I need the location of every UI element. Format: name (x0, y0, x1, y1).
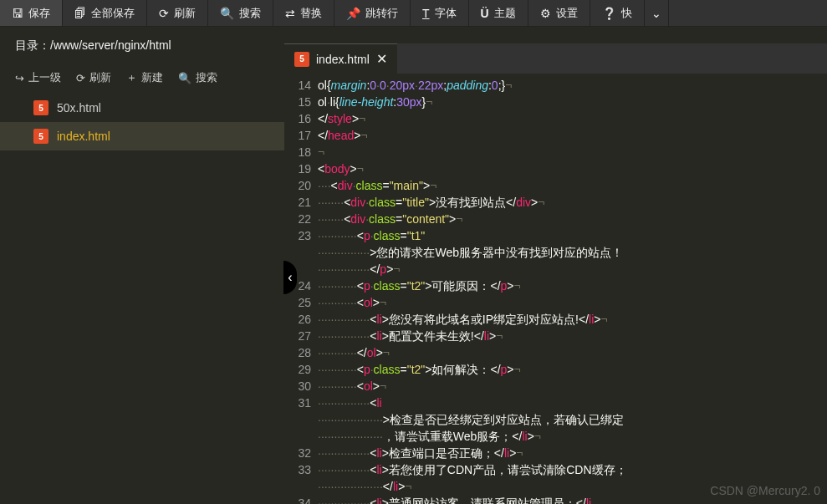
search-label: 搜索 (239, 6, 261, 21)
save-button[interactable]: 🖫保存 (0, 0, 63, 26)
line-content: ················<li>您没有将此域名或IP绑定到对应站点!</… (318, 311, 827, 328)
html-file-icon: 5 (294, 52, 309, 67)
code-line[interactable]: 20····<div·class="main">¬ (284, 177, 827, 194)
current-path[interactable]: /www/server/nginx/html (50, 38, 171, 52)
refresh-label: 刷新 (174, 6, 196, 21)
code-line[interactable]: 18¬ (284, 144, 827, 160)
code-line[interactable]: 14ol{margin:0·0·20px·22px;padding:0;}¬ (284, 77, 827, 94)
code-line[interactable]: 25············<ol>¬ (284, 294, 827, 311)
settings-button[interactable]: ⚙设置 (528, 0, 590, 26)
line-number: 31 (284, 395, 318, 445)
help-icon: ❔ (602, 7, 616, 20)
html-file-icon: 5 (33, 100, 48, 115)
quick-label: 快 (621, 6, 632, 21)
line-number: 33 (284, 461, 318, 495)
tab-title: index.html (316, 53, 370, 66)
save-all-icon: 🗐 (74, 7, 86, 20)
gear-icon: ⚙ (540, 7, 551, 20)
chevron-down-icon: ⌄ (651, 7, 661, 20)
theme-button[interactable]: Ü主题 (469, 0, 528, 26)
code-line[interactable]: 34················<li>普通网站访客，请联系网站管理员；</… (284, 495, 827, 504)
line-content: </head>¬ (318, 127, 827, 144)
font-button[interactable]: T字体 (411, 0, 469, 26)
line-content: ol{margin:0·0·20px·22px;padding:0;}¬ (318, 77, 827, 94)
quick-button[interactable]: ❔快 (590, 0, 645, 26)
code-line[interactable]: 27················<li>配置文件未生效!</li>¬ (284, 328, 827, 344)
line-content: </style>¬ (318, 110, 827, 127)
line-number: 15 (284, 94, 318, 110)
main-toolbar: 🖫保存 🗐全部保存 ⟳刷新 🔍搜索 ⇄替换 📌跳转行 T字体 Ü主题 ⚙设置 ❔… (0, 0, 827, 27)
line-content: ············<p·class="t2">可能原因：</p>¬ (318, 277, 827, 294)
replace-icon: ⇄ (285, 7, 295, 20)
main-area: 目录：/www/server/nginx/html ↪上一级 ⟳刷新 ＋新建 🔍… (0, 27, 827, 504)
line-number: 28 (284, 344, 318, 361)
up-level-button[interactable]: ↪上一级 (15, 70, 61, 85)
code-line[interactable]: 24············<p·class="t2">可能原因：</p>¬ (284, 277, 827, 294)
goto-line-label: 跳转行 (365, 6, 398, 21)
line-number: 18 (284, 144, 318, 160)
search-button[interactable]: 🔍搜索 (208, 0, 273, 26)
refresh-button[interactable]: ⟳刷新 (147, 0, 208, 26)
code-line[interactable]: 30············<ol>¬ (284, 378, 827, 395)
code-editor[interactable]: 14ol{margin:0·0·20px·22px;padding:0;}¬15… (284, 74, 827, 504)
plus-icon: ＋ (126, 70, 137, 85)
sidebar-search-label: 搜索 (196, 70, 217, 85)
line-content: ················<li>配置文件未生效!</li>¬ (318, 328, 827, 344)
file-list: 550x.html5index.html (0, 94, 284, 504)
goto-line-button[interactable]: 📌跳转行 (334, 0, 411, 26)
replace-button[interactable]: ⇄替换 (273, 0, 334, 26)
line-number: 26 (284, 311, 318, 328)
line-number: 20 (284, 177, 318, 194)
refresh-icon: ⟳ (159, 7, 169, 20)
save-icon: 🖫 (12, 7, 23, 20)
line-number: 25 (284, 294, 318, 311)
sidebar-toolbar: ↪上一级 ⟳刷新 ＋新建 🔍搜索 (0, 65, 284, 94)
code-line[interactable]: 22········<div·class="content">¬ (284, 211, 827, 227)
line-content: ············</ol>¬ (318, 344, 827, 361)
code-line[interactable]: 19<body>¬ (284, 160, 827, 177)
new-file-button[interactable]: ＋新建 (126, 70, 163, 85)
code-line[interactable]: 29············<p·class="t2">如何解决：</p>¬ (284, 361, 827, 378)
line-content: ············<ol>¬ (318, 378, 827, 395)
close-tab-button[interactable]: ✕ (376, 51, 387, 67)
code-line[interactable]: 16</style>¬ (284, 110, 827, 127)
line-content: ········<div·class="title">没有找到站点</div>¬ (318, 194, 827, 211)
line-number: 29 (284, 361, 318, 378)
line-content: ············<p·class="t2">如何解决：</p>¬ (318, 361, 827, 378)
code-line[interactable]: 32················<li>检查端口是否正确；</li>¬ (284, 445, 827, 461)
save-all-button[interactable]: 🗐全部保存 (63, 0, 147, 26)
path-label: 目录： (15, 38, 50, 52)
toolbar-overflow-button[interactable]: ⌄ (645, 0, 669, 26)
line-content: ············<p·class="t1"···············… (318, 227, 827, 277)
sidebar-search-button[interactable]: 🔍搜索 (178, 70, 217, 85)
file-item[interactable]: 550x.html (0, 94, 284, 122)
code-line[interactable]: 23············<p·class="t1"·············… (284, 227, 827, 277)
line-content: ¬ (318, 144, 827, 160)
line-number: 17 (284, 127, 318, 144)
line-content: ················<li>若您使用了CDN产品，请尝试清除CDN缓… (318, 461, 827, 495)
file-name: index.html (57, 130, 110, 143)
font-icon: T (422, 7, 430, 20)
code-line[interactable]: 21········<div·class="title">没有找到站点</div… (284, 194, 827, 211)
file-item[interactable]: 5index.html (0, 122, 284, 150)
code-line[interactable]: 26················<li>您没有将此域名或IP绑定到对应站点!… (284, 311, 827, 328)
line-content: ········<div·class="content">¬ (318, 211, 827, 227)
sidebar-refresh-button[interactable]: ⟳刷新 (76, 70, 111, 85)
line-number: 30 (284, 378, 318, 395)
arrow-up-icon: ↪ (15, 72, 24, 84)
code-line[interactable]: 33················<li>若您使用了CDN产品，请尝试清除CD… (284, 461, 827, 495)
font-label: 字体 (435, 6, 457, 21)
code-line[interactable]: 31················<li···················… (284, 395, 827, 445)
line-content: ol·li{line-height:30px}¬ (318, 94, 827, 110)
code-line[interactable]: 15ol·li{line-height:30px}¬ (284, 94, 827, 110)
editor-tabs: 5 index.html ✕ (284, 43, 827, 74)
theme-label: 主题 (494, 6, 516, 21)
chevron-left-icon: ‹ (288, 270, 292, 285)
code-line[interactable]: 17</head>¬ (284, 127, 827, 144)
tab-index-html[interactable]: 5 index.html ✕ (284, 43, 397, 74)
line-number: 22 (284, 211, 318, 227)
line-content: <body>¬ (318, 160, 827, 177)
up-label: 上一级 (28, 70, 61, 85)
new-label: 新建 (141, 70, 163, 85)
code-line[interactable]: 28············</ol>¬ (284, 344, 827, 361)
